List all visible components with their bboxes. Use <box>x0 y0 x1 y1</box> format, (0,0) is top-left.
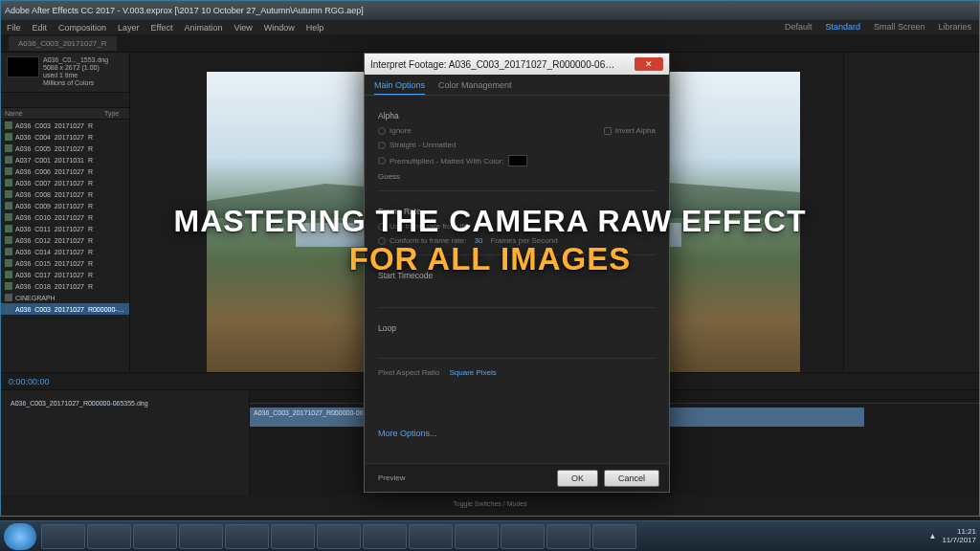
desktop: Adobe After Effects CC 2017 - V.003.expr… <box>0 0 980 551</box>
menu-animation[interactable]: Animation <box>184 23 222 33</box>
workspace-libraries[interactable]: Libraries <box>938 22 971 32</box>
window-title: Adobe After Effects CC 2017 - V.003.expr… <box>5 6 364 15</box>
project-item[interactable]: A036_C004_20171027_R <box>1 131 129 143</box>
timeline-layer-row[interactable]: A036_C003_20171027_R000000-065355.dng <box>9 394 241 412</box>
tray-icon[interactable]: ▲ <box>928 532 936 540</box>
project-item[interactable]: A036_C008_20171027_R <box>1 188 129 200</box>
dialog-footer: Preview OK Cancel <box>365 463 669 492</box>
project-search[interactable] <box>1 93 129 108</box>
opt-straight[interactable]: Straight - Unmatted <box>378 141 656 149</box>
opt-premult[interactable]: Premultiplied - Matted With Color: <box>378 155 656 166</box>
menu-help[interactable]: Help <box>306 23 324 33</box>
overlay-line1: MASTERING THE CAMERA RAW EFFECT <box>0 204 980 239</box>
toggle-switches[interactable]: Toggle Switches / Modes <box>453 500 526 507</box>
comp-icon <box>5 121 12 129</box>
menu-window[interactable]: Window <box>264 23 295 33</box>
selected-used: used 1 time <box>43 72 108 78</box>
taskbar-item[interactable] <box>409 524 453 549</box>
project-item[interactable]: A036_C018_20171027_R <box>1 280 129 292</box>
taskbar-clock[interactable]: 11:21 11/7/2017 <box>942 528 976 545</box>
workspace-small[interactable]: Small Screen <box>874 22 925 32</box>
pixel-aspect-select[interactable]: Square Pixels <box>449 368 496 377</box>
taskbar-item[interactable] <box>592 524 636 549</box>
col-type[interactable]: Type <box>100 108 129 119</box>
dialog-titlebar[interactable]: Interpret Footage: A036_C003_20171027_R0… <box>365 54 669 75</box>
taskbar-item[interactable] <box>546 524 590 549</box>
system-tray[interactable]: ▲ 11:21 11/7/2017 <box>928 528 976 545</box>
project-item-name: A036_C018_20171027_R <box>15 283 125 290</box>
tab-color-management[interactable]: Color Management <box>438 80 512 95</box>
start-button[interactable] <box>4 523 36 550</box>
comp-icon <box>5 133 12 141</box>
project-item-name: A036_C008_20171027_R <box>15 191 125 198</box>
tab-main-options[interactable]: Main Options <box>374 80 425 95</box>
selected-name: A036_C0..._1553.dng <box>43 56 108 63</box>
taskbar-item[interactable] <box>87 524 131 549</box>
timeline-footer: Toggle Switches / Modes <box>1 496 979 511</box>
workspace-standard[interactable]: Standard <box>825 22 860 32</box>
preview-toggle[interactable]: Preview <box>374 474 551 482</box>
project-item-name: A036_C006_20171027_R <box>15 168 125 175</box>
taskbar-item[interactable] <box>501 524 545 549</box>
comp-tab[interactable]: A036_C003_20171027_R <box>9 36 117 51</box>
project-item[interactable]: A036_C007_20171027_R <box>1 177 129 188</box>
menu-view[interactable]: View <box>234 23 252 33</box>
col-name[interactable]: Name <box>1 108 100 119</box>
project-item[interactable]: A037_C001_20171031_R <box>1 154 129 165</box>
ok-button[interactable]: OK <box>557 470 598 487</box>
project-header: A036_C0..._1553.dng 5088 x 2672 (1.00) u… <box>1 53 129 93</box>
layer-name: A036_C003_20171027_R000000-065355.dng <box>11 400 148 407</box>
project-item-name: CINEGRAPH <box>15 295 125 301</box>
selected-dims: 5088 x 2672 (1.00) <box>43 64 108 71</box>
project-item[interactable]: A036_C003_20171027_R000000-065355.dng <box>1 303 129 315</box>
menu-edit[interactable]: Edit <box>33 23 48 33</box>
menu-effect[interactable]: Effect <box>151 23 173 33</box>
taskbar-item[interactable] <box>455 524 499 549</box>
taskbar-item[interactable] <box>271 524 315 549</box>
project-thumb <box>7 56 39 77</box>
matte-color-swatch[interactable] <box>508 155 527 166</box>
comp-icon <box>5 167 12 175</box>
loop-section: Loop <box>378 323 656 333</box>
more-options-button[interactable]: More Options... <box>378 427 656 440</box>
opt-ignore[interactable]: Ignore <box>378 126 412 135</box>
pixel-aspect-row: Pixel Aspect Ratio Square Pixels <box>378 368 656 377</box>
workspace-switcher: Default Standard Small Screen Libraries <box>785 22 971 32</box>
dialog-title: Interpret Footage: A036_C003_20171027_R0… <box>370 59 619 70</box>
timeline-timecode[interactable]: 0:00:00:00 <box>9 377 50 386</box>
taskbar-item[interactable] <box>363 524 407 549</box>
dialog-tabs: Main Options Color Management <box>365 75 669 96</box>
folder-icon <box>5 294 12 301</box>
comp-icon <box>5 190 12 198</box>
project-item[interactable]: CINEGRAPH <box>1 292 129 303</box>
menu-layer[interactable]: Layer <box>118 23 140 33</box>
menu-composition[interactable]: Composition <box>58 23 106 33</box>
window-titlebar[interactable]: Adobe After Effects CC 2017 - V.003.expr… <box>1 1 979 20</box>
project-item-name: A036_C003_20171027_R000000-065355.dng <box>15 306 125 313</box>
project-item[interactable]: A036_C003_20171027_R <box>1 120 129 131</box>
taskbar-item[interactable] <box>179 524 223 549</box>
image-icon <box>5 305 12 313</box>
taskbar-item[interactable] <box>41 524 85 549</box>
opt-invert-alpha[interactable]: Invert Alpha <box>604 126 656 135</box>
workspace-default[interactable]: Default <box>785 22 813 32</box>
close-icon[interactable]: ✕ <box>635 57 663 71</box>
project-item-name: A037_C001_20171031_R <box>15 157 125 164</box>
project-item-name: A036_C005_20171027_R <box>15 145 125 152</box>
taskbar-item[interactable] <box>317 524 361 549</box>
comp-icon <box>5 282 12 290</box>
guess-button[interactable]: Guess <box>378 172 400 181</box>
menu-file[interactable]: File <box>7 23 21 33</box>
taskbar-item[interactable] <box>133 524 177 549</box>
timeline-layer-list: A036_C003_20171027_R000000-065355.dng <box>1 390 250 496</box>
taskbar: ▲ 11:21 11/7/2017 <box>0 520 980 551</box>
overlay-title: MASTERING THE CAMERA RAW EFFECT FOR ALL … <box>0 204 980 277</box>
project-item[interactable]: A036_C005_20171027_R <box>1 143 129 154</box>
overlay-line2: FOR ALL IMAGES <box>0 241 980 277</box>
comp-icon <box>5 156 12 164</box>
alpha-section: Alpha <box>378 111 656 121</box>
project-item[interactable]: A036_C006_20171027_R <box>1 165 129 177</box>
cancel-button[interactable]: Cancel <box>604 470 659 487</box>
comp-tabs: A036_C003_20171027_R <box>1 35 979 53</box>
taskbar-item[interactable] <box>225 524 269 549</box>
